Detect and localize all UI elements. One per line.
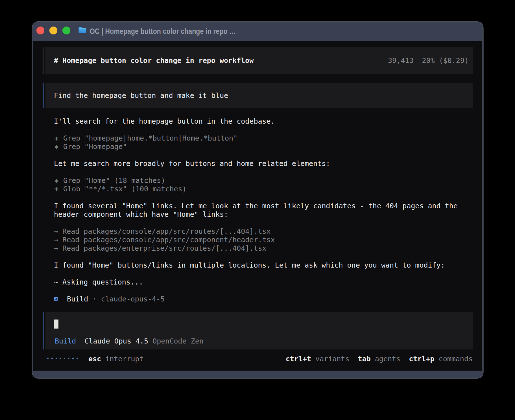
titlebar: OC | Homepage button color change in rep…	[33, 23, 482, 41]
terminal-window: OC | Homepage button color change in rep…	[32, 22, 483, 378]
zoom-button[interactable]	[62, 27, 70, 34]
transcript-segment: ·	[92, 295, 97, 303]
transcript-segment: I found "Home" buttons/links in multiple…	[54, 261, 445, 269]
keyboard-hints: ctrl+t variants tab agents ctrl+p comman…	[286, 355, 473, 363]
spinner-dot	[64, 358, 65, 359]
transcript-row	[54, 253, 458, 261]
transcript-row	[54, 286, 458, 295]
spinner-dot	[60, 358, 61, 359]
build-agent-icon	[54, 297, 58, 301]
transcript-segment	[88, 295, 92, 303]
text-cursor	[54, 320, 58, 329]
stats-gap	[435, 56, 439, 65]
session-title: # Homepage button color change in repo w…	[54, 56, 254, 65]
provider-name: OpenCode Zen	[152, 337, 204, 345]
window-bottom-edge	[33, 371, 482, 377]
status-bar: esc interrupt ctrl+t variants tab agents…	[46, 355, 473, 363]
spinner-dots	[47, 358, 80, 359]
spinner-dot	[47, 358, 49, 359]
transcript-segment: claude-opus-4-5	[101, 295, 165, 303]
session-header-border	[43, 47, 43, 74]
context-percent: 20%	[422, 56, 435, 65]
token-count: 39,413	[388, 56, 413, 65]
session-header: # Homepage button color change in repo w…	[43, 47, 473, 74]
folder-icon	[78, 26, 87, 34]
esc-key: esc	[88, 355, 101, 363]
transcript-row: ∗ Grep "homepage|home.*button|Home.*butt…	[54, 134, 458, 143]
prompt-footer: Build Claude Opus 4.5 OpenCode Zen	[55, 337, 204, 345]
spinner-dot	[51, 358, 53, 359]
transcript-row	[54, 219, 458, 227]
commands-label: commands	[435, 355, 473, 363]
transcript-segment: ∗	[54, 142, 59, 152]
window-title: OC | Homepage button color change in rep…	[90, 23, 236, 41]
prompt-input-border	[43, 312, 43, 349]
transcript-segment: header component which have "Home" links…	[54, 210, 228, 218]
transcript-segment: I found several "Home" links. Let me loo…	[54, 202, 458, 210]
transcript-row: Let me search more broadly for buttons a…	[54, 159, 458, 168]
user-message-text: Find the homepage button and make it blu…	[54, 91, 228, 100]
transcript-row: I'll search for the homepage button in t…	[54, 117, 458, 126]
transcript-segment: ~ Asking questions...	[54, 278, 143, 286]
transcript-segment: I'll search for the homepage button in t…	[54, 117, 275, 125]
spinner-dot	[77, 358, 78, 359]
user-message: Find the homepage button and make it blu…	[43, 83, 473, 108]
transcript-row	[54, 151, 458, 159]
transcript-segment: → Read packages/console/app/src/componen…	[54, 236, 275, 244]
model-name[interactable]: Claude Opus 4.5	[84, 337, 148, 345]
agent-name[interactable]: Build	[55, 337, 76, 345]
transcript-segment: Grep "Home" (18 matches)	[59, 176, 165, 185]
transcript-segment: Let me search more broadly for buttons a…	[54, 159, 330, 168]
transcript-row: I found several "Home" links. Let me loo…	[54, 202, 458, 210]
transcript-segment: ∗	[54, 184, 59, 194]
session-stats: 39,41320%($0.29)	[388, 56, 469, 65]
spinner-dot	[72, 358, 74, 359]
transcript-row: → Read packages/enterprise/src/routes/[.…	[54, 244, 458, 253]
minimize-button[interactable]	[49, 27, 57, 34]
interrupt-label: interrupt	[105, 355, 143, 363]
transcript-row: ∗ Grep "Home" (18 matches)	[54, 176, 458, 185]
transcript-segment: Grep "Homepage"	[59, 143, 127, 151]
tab-key: tab	[358, 355, 371, 363]
stats-gap	[413, 56, 422, 65]
transcript-row	[54, 193, 458, 202]
assistant-transcript: I'll search for the homepage button in t…	[54, 117, 458, 303]
close-button[interactable]	[36, 27, 44, 34]
transcript-segment: Grep "homepage|home.*button|Home.*button…	[59, 134, 237, 142]
transcript-row: → Read packages/console/app/src/componen…	[54, 236, 458, 244]
transcript-row: ~ Asking questions...	[54, 278, 458, 286]
session-cost: ($0.29)	[439, 56, 469, 65]
transcript-row	[54, 168, 458, 176]
transcript-row: header component which have "Home" links…	[54, 210, 458, 219]
transcript-row	[54, 270, 458, 278]
ctrl+t-key: ctrl+t	[286, 355, 311, 363]
ctrl+p-key: ctrl+p	[409, 355, 434, 363]
transcript-row: ∗ Grep "Homepage"	[54, 143, 458, 151]
transcript-row: → Read packages/console/app/src/routes/[…	[54, 227, 458, 236]
interrupt-hint: esc interrupt	[88, 355, 144, 363]
variants-label: variants	[311, 355, 358, 363]
transcript-segment: → Read packages/console/app/src/routes/[…	[54, 227, 271, 235]
transcript-segment: Glob "**/*.tsx" (100 matches)	[59, 185, 187, 193]
spinner-dot	[56, 358, 57, 359]
transcript-row: ∗ Glob "**/*.tsx" (100 matches)	[54, 185, 458, 193]
transcript-row: I found "Home" buttons/links in multiple…	[54, 261, 458, 270]
agents-label: agents	[371, 355, 409, 363]
spinner-dot	[68, 358, 69, 359]
transcript-segment: Build	[67, 295, 88, 303]
transcript-segment: → Read packages/enterprise/src/routes/[.…	[54, 244, 267, 252]
transcript-row	[54, 126, 458, 134]
transcript-segment	[97, 295, 101, 303]
user-message-border	[43, 83, 43, 108]
prompt-input[interactable]: Build Claude Opus 4.5 OpenCode Zen	[43, 312, 473, 349]
transcript-row: Build · claude-opus-4-5	[54, 295, 458, 303]
